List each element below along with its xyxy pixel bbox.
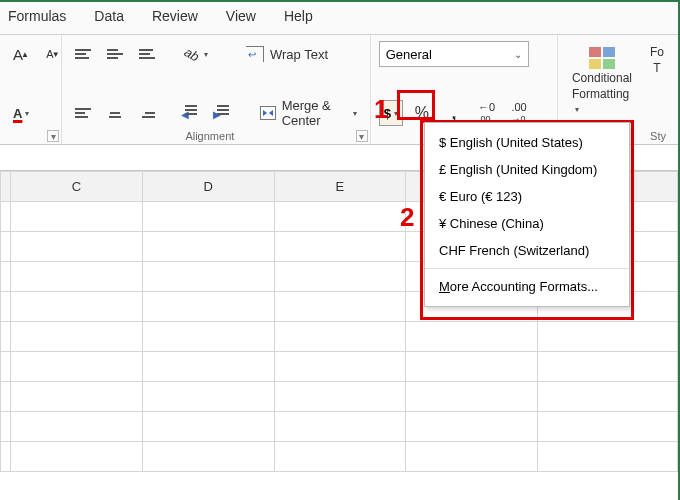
column-header[interactable]: C (11, 172, 143, 202)
conditional-label-1: Conditional (572, 71, 632, 85)
wrap-text-icon (246, 46, 264, 62)
cell[interactable] (11, 382, 143, 412)
cell[interactable] (142, 382, 274, 412)
cell[interactable] (11, 292, 143, 322)
cell[interactable] (538, 442, 678, 472)
align-left-icon (75, 108, 91, 118)
align-center-icon (107, 108, 123, 118)
align-middle-button[interactable] (102, 41, 128, 67)
tab-data[interactable]: Data (94, 8, 124, 24)
cell[interactable] (538, 382, 678, 412)
cell[interactable] (274, 352, 406, 382)
font-group: A▲ A▼ A ▾ ▾ (0, 35, 62, 144)
cell[interactable] (142, 292, 274, 322)
cell[interactable] (1, 412, 11, 442)
align-bottom-button[interactable] (134, 41, 160, 67)
wrap-text-label: Wrap Text (270, 47, 328, 62)
font-color-icon: A (13, 106, 22, 121)
cell[interactable] (142, 322, 274, 352)
cell[interactable] (142, 412, 274, 442)
callout-number-1: 1 (374, 94, 388, 125)
cell[interactable] (406, 352, 538, 382)
currency-option[interactable]: $ English (United States) (425, 129, 629, 156)
conditional-label-2: Formatting (572, 87, 629, 101)
wrap-text-button[interactable]: Wrap Text (241, 41, 333, 67)
cell[interactable] (1, 232, 11, 262)
chevron-down-icon: ▾ (204, 50, 208, 59)
merge-center-label: Merge & Center (282, 98, 344, 128)
increase-indent-button[interactable]: ▶ (208, 100, 234, 126)
increase-decimal-icon: ←0.00 (478, 102, 495, 124)
conditional-formatting-button[interactable]: Conditional Formatting ▾ (566, 45, 638, 117)
align-left-button[interactable] (70, 100, 96, 126)
cell[interactable] (274, 292, 406, 322)
cell[interactable] (1, 382, 11, 412)
currency-option[interactable]: £ English (United Kingdom) (425, 156, 629, 183)
cell[interactable] (406, 382, 538, 412)
more-accounting-formats[interactable]: More Accounting Formats... (425, 273, 629, 300)
number-format-value: General (386, 47, 432, 62)
cell[interactable] (538, 352, 678, 382)
increase-indent-icon: ▶ (213, 105, 229, 121)
cell[interactable] (1, 442, 11, 472)
cell[interactable] (11, 412, 143, 442)
currency-option[interactable]: CHF French (Switzerland) (425, 237, 629, 264)
column-header[interactable]: E (274, 172, 406, 202)
cell[interactable] (11, 202, 143, 232)
alignment-dialog-launcher[interactable]: ▾ (356, 130, 368, 142)
chevron-down-icon: ▾ (25, 109, 29, 118)
tab-help[interactable]: Help (284, 8, 313, 24)
cell[interactable] (142, 232, 274, 262)
tab-review[interactable]: Review (152, 8, 198, 24)
cell[interactable] (1, 322, 11, 352)
chevron-down-icon: ▾ (575, 105, 579, 114)
cell[interactable] (1, 202, 11, 232)
font-color-button[interactable]: A ▾ (8, 100, 34, 126)
chevron-down-icon: ▾ (394, 109, 398, 118)
cell[interactable] (274, 262, 406, 292)
cell[interactable] (11, 322, 143, 352)
cell[interactable] (274, 382, 406, 412)
align-center-button[interactable] (102, 100, 128, 126)
merge-center-button[interactable]: Merge & Center ▾ (255, 100, 362, 126)
increase-font-size-button[interactable]: A▲ (8, 41, 34, 67)
number-format-select[interactable]: General ⌄ (379, 41, 529, 67)
cell[interactable] (538, 322, 678, 352)
tab-view[interactable]: View (226, 8, 256, 24)
cell[interactable] (1, 262, 11, 292)
cell[interactable] (406, 412, 538, 442)
cell[interactable] (1, 292, 11, 322)
cell[interactable] (11, 352, 143, 382)
currency-option[interactable]: ¥ Chinese (China) (425, 210, 629, 237)
cell[interactable] (538, 412, 678, 442)
cell[interactable] (11, 262, 143, 292)
callout-number-2: 2 (400, 202, 414, 233)
currency-option[interactable]: € Euro (€ 123) (425, 183, 629, 210)
cell[interactable] (142, 442, 274, 472)
orientation-button[interactable]: ab▾ (178, 41, 213, 67)
cell[interactable] (274, 202, 406, 232)
cell[interactable] (274, 442, 406, 472)
cell[interactable] (406, 322, 538, 352)
cell[interactable] (274, 232, 406, 262)
format-as-table-label-1: Fo (650, 45, 664, 59)
align-top-button[interactable] (70, 41, 96, 67)
column-header[interactable] (1, 172, 11, 202)
tab-formulas[interactable]: Formulas (8, 8, 66, 24)
cell[interactable] (11, 442, 143, 472)
cell[interactable] (406, 442, 538, 472)
conditional-formatting-icon (589, 47, 615, 69)
cell[interactable] (142, 202, 274, 232)
cell[interactable] (11, 232, 143, 262)
align-right-button[interactable] (134, 100, 160, 126)
cell[interactable] (1, 352, 11, 382)
decrease-indent-button[interactable]: ◀ (176, 100, 202, 126)
font-dialog-launcher[interactable]: ▾ (47, 130, 59, 142)
format-as-table-button[interactable]: Fo T (644, 45, 670, 77)
cell[interactable] (274, 412, 406, 442)
align-bottom-icon (139, 49, 155, 59)
cell[interactable] (142, 352, 274, 382)
cell[interactable] (142, 262, 274, 292)
cell[interactable] (274, 322, 406, 352)
column-header[interactable]: D (142, 172, 274, 202)
